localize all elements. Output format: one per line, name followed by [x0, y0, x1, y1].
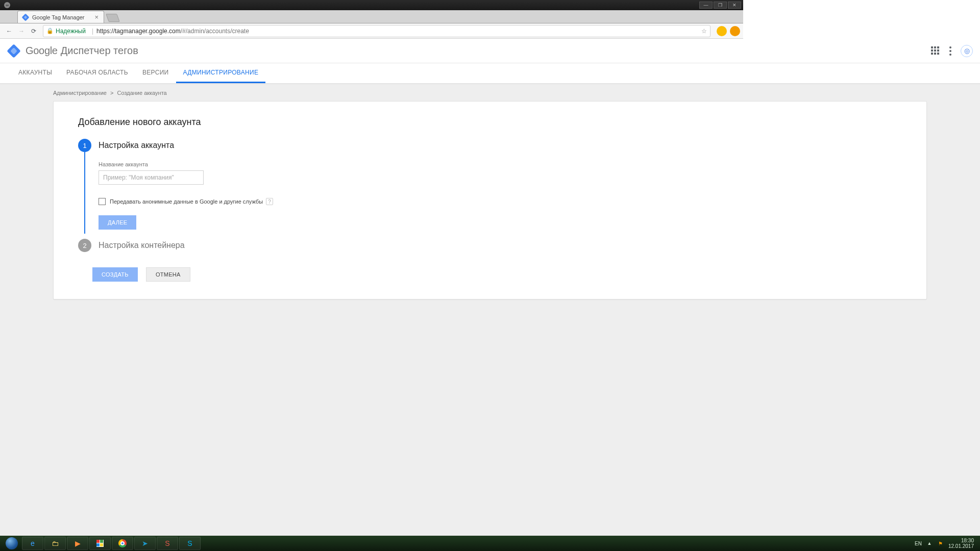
address-bar[interactable]: 🔒 Надежный | https://tagmanager.google.c…: [43, 25, 710, 37]
brand-product: Диспетчер тегов: [61, 45, 138, 57]
breadcrumb: Администрирование > Создание аккаунта: [0, 84, 743, 101]
step-2-badge: 2: [78, 239, 91, 252]
card-title: Добавление нового аккаунта: [78, 117, 743, 128]
address-separator: |: [92, 28, 93, 35]
forward-button[interactable]: →: [16, 26, 27, 37]
reload-button[interactable]: ⟳: [28, 26, 39, 37]
step-connector: [84, 152, 85, 234]
breadcrumb-separator: >: [110, 90, 113, 96]
app-header: Google Диспетчер тегов ◎: [0, 39, 743, 63]
account-name-label: Название аккаунта: [99, 161, 743, 167]
lock-icon: 🔒: [46, 28, 54, 34]
breadcrumb-create: Создание аккаунта: [117, 90, 166, 96]
step-1-title: Настройка аккаунта: [99, 139, 743, 152]
step-2: 2 Настройка контейнера: [78, 239, 743, 252]
browser-toolbar: ← → ⟳ 🔒 Надежный | https://tagmanager.go…: [0, 23, 743, 39]
next-button[interactable]: ДАЛЕЕ: [99, 215, 136, 230]
gtm-favicon-icon: [22, 14, 29, 21]
extension-icon[interactable]: [730, 26, 740, 36]
browser-tab[interactable]: Google Tag Manager ×: [17, 11, 104, 23]
account-name-input[interactable]: [99, 170, 204, 185]
tab-workspace[interactable]: РАБОЧАЯ ОБЛАСТЬ: [59, 63, 135, 83]
cancel-button[interactable]: ОТМЕНА: [146, 267, 190, 282]
url-path: /#/admin/accounts/create: [181, 28, 249, 35]
tab-accounts[interactable]: АККАУНТЫ: [11, 63, 59, 83]
help-icon[interactable]: ?: [266, 198, 273, 205]
step-1: 1 Настройка аккаунта Название аккаунта П…: [78, 139, 743, 230]
extension-icon[interactable]: [717, 26, 727, 36]
brand-google: Google: [26, 45, 58, 57]
gtm-logo-icon: [7, 44, 20, 58]
new-tab-button[interactable]: [106, 14, 120, 22]
secure-label: Надежный: [56, 28, 86, 35]
url-host: https://tagmanager.google.com: [96, 28, 181, 35]
create-button[interactable]: СОЗДАТЬ: [92, 267, 138, 282]
breadcrumb-admin[interactable]: Администрирование: [53, 90, 107, 96]
window-maximize-button[interactable]: ❐: [714, 2, 727, 9]
page-viewport: Google Диспетчер тегов ◎ АККАУНТЫ РАБОЧА…: [0, 39, 743, 416]
os-titlebar: ∞ — ❐ ✕: [0, 0, 743, 10]
tab-versions[interactable]: ВЕРСИИ: [135, 63, 176, 83]
browser-tabstrip: Google Tag Manager ×: [0, 10, 743, 23]
browser-tab-title: Google Tag Manager: [32, 14, 85, 20]
primary-nav: АККАУНТЫ РАБОЧАЯ ОБЛАСТЬ ВЕРСИИ АДМИНИСТ…: [0, 63, 743, 84]
share-anon-label: Передавать анонимные данные в Google и д…: [110, 198, 263, 205]
tab-close-icon[interactable]: ×: [93, 13, 100, 21]
step-2-title: Настройка контейнера: [99, 239, 743, 252]
window-minimize-button[interactable]: —: [699, 2, 713, 9]
step-1-badge: 1: [78, 139, 91, 152]
back-button[interactable]: ←: [4, 26, 15, 37]
share-anon-checkbox[interactable]: [99, 198, 106, 205]
brand: Google Диспетчер тегов: [26, 45, 138, 57]
window-close-button[interactable]: ✕: [728, 2, 741, 9]
create-account-card: Добавление нового аккаунта 1 Настройка а…: [53, 101, 743, 299]
bookmark-star-icon[interactable]: ☆: [701, 28, 707, 35]
chrome-app-icon: ∞: [4, 2, 10, 8]
share-anon-row: Передавать анонимные данные в Google и д…: [99, 198, 743, 205]
tab-admin[interactable]: АДМИНИСТРИРОВАНИЕ: [176, 63, 266, 83]
